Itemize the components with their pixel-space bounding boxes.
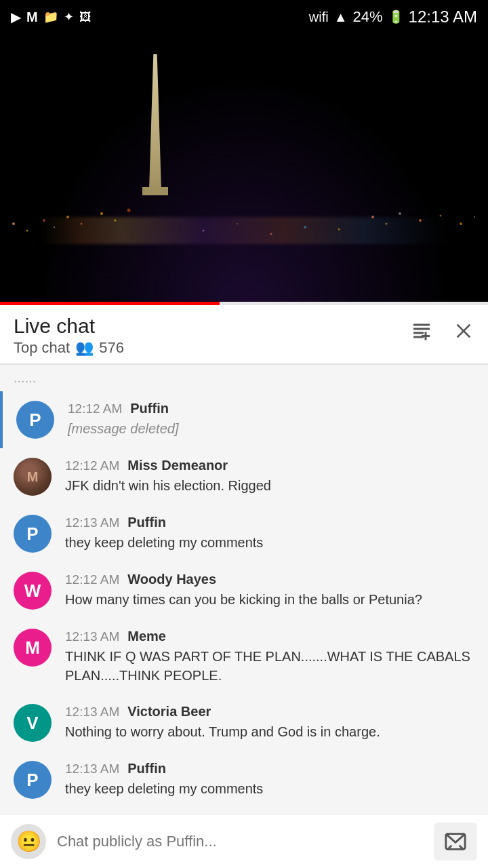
message-time: 12:13 AM xyxy=(65,629,119,644)
message-content: 12:13 AM Meme THINK IF Q WAS PART OF THE… xyxy=(65,629,474,685)
message-content: 12:13 AM Puffin they keep deleting my co… xyxy=(65,515,474,552)
svg-point-10 xyxy=(386,223,388,225)
message-author: Puffin xyxy=(127,761,166,776)
svg-point-19 xyxy=(304,226,306,229)
status-right-icons: wifi ▲ 24% 🔋 12:13 AM xyxy=(309,7,477,26)
avatar: M xyxy=(14,629,52,667)
message-content: 12:12 AM Miss Demeanor JFK didn't win hi… xyxy=(65,458,474,495)
message-time: 12:13 AM xyxy=(65,762,119,776)
chat-input-bar: 😐 xyxy=(0,814,488,868)
signal-icon: ▲ xyxy=(334,9,348,25)
message-meta: 12:12 AM Woody Hayes xyxy=(65,572,474,587)
message-author: Victoria Beer xyxy=(127,704,211,719)
svg-point-16 xyxy=(203,230,205,232)
message-meta: 12:13 AM Puffin xyxy=(65,515,474,530)
emoji-icon: 😐 xyxy=(16,829,41,853)
message-time: 12:12 AM xyxy=(65,572,119,587)
message-time: 12:12 AM xyxy=(65,458,119,473)
chat-input[interactable] xyxy=(57,824,423,859)
message-content: 12:12 AM Woody Hayes How many times can … xyxy=(65,572,474,609)
wifi-icon: wifi xyxy=(309,9,329,25)
message-content: 12:12 AM Puffin [message deleted] xyxy=(68,401,474,438)
svg-point-7 xyxy=(115,220,117,222)
table-row: M 12:12 AM Miss Demeanor JFK didn't win … xyxy=(0,448,488,505)
message-author: Woody Hayes xyxy=(127,572,216,587)
message-text: they keep deleting my comments xyxy=(65,779,474,798)
battery-text: 24% xyxy=(353,8,383,26)
svg-point-17 xyxy=(237,223,238,224)
avatar: W xyxy=(14,572,52,610)
m-icon: M xyxy=(26,9,38,25)
message-text: [message deleted] xyxy=(68,419,474,438)
svg-point-8 xyxy=(127,209,131,212)
bt-icon: ✦ xyxy=(64,9,74,24)
svg-point-6 xyxy=(100,212,103,215)
message-text: they keep deleting my comments xyxy=(65,533,474,552)
svg-point-3 xyxy=(54,226,55,228)
chat-title: Live chat xyxy=(14,315,124,338)
status-icons: ▶ M 📁 ✦ 🖼 xyxy=(11,9,92,25)
chat-messages: ...... P 12:12 AM Puffin [message delete… xyxy=(0,365,488,868)
svg-point-20 xyxy=(338,229,340,231)
video-progress-fill xyxy=(0,302,220,305)
avatar: M xyxy=(14,458,52,496)
chat-header-right xyxy=(409,319,474,348)
svg-point-1 xyxy=(26,230,28,232)
message-meta: 12:12 AM Miss Demeanor xyxy=(65,458,474,473)
svg-point-12 xyxy=(419,219,422,222)
message-time: 12:13 AM xyxy=(65,705,119,719)
svg-point-0 xyxy=(12,222,15,225)
table-row: P 12:12 AM Puffin [message deleted] xyxy=(0,391,488,448)
message-author: Meme xyxy=(127,629,166,644)
chat-sub: Top chat 👥 576 xyxy=(14,339,124,357)
youtube-icon: ▶ xyxy=(11,9,21,25)
table-row: P 12:13 AM Puffin they keep deleting my … xyxy=(0,751,488,808)
viewer-count: 576 xyxy=(99,339,124,357)
svg-point-14 xyxy=(460,222,462,225)
emoji-button[interactable]: 😐 xyxy=(11,824,46,859)
chat-header: Live chat Top chat 👥 576 xyxy=(0,305,488,364)
message-text: Nothing to worry about. Trump and God is… xyxy=(65,722,474,741)
chat-header-left: Live chat Top chat 👥 576 xyxy=(14,315,124,357)
message-content: 12:13 AM Puffin they keep deleting my co… xyxy=(65,761,474,798)
svg-point-11 xyxy=(399,212,401,215)
video-content xyxy=(0,34,488,305)
folder-icon: 📁 xyxy=(43,9,58,24)
status-bar: ▶ M 📁 ✦ 🖼 wifi ▲ 24% 🔋 12:13 AM xyxy=(0,0,488,34)
video-progress-bar[interactable] xyxy=(0,302,488,305)
message-time: 12:13 AM xyxy=(65,515,119,530)
monument-base xyxy=(142,187,168,195)
table-row: M 12:13 AM Meme THINK IF Q WAS PART OF T… xyxy=(0,619,488,694)
filter-button[interactable] xyxy=(409,319,434,348)
send-icon xyxy=(444,830,467,853)
table-row: W 12:12 AM Woody Hayes How many times ca… xyxy=(0,562,488,619)
viewer-icon: 👥 xyxy=(75,339,94,357)
svg-point-15 xyxy=(474,216,475,218)
message-text: JFK didn't win his election. Rigged xyxy=(65,476,474,495)
message-content: 12:13 AM Victoria Beer Nothing to worry … xyxy=(65,704,474,741)
photo-icon: 🖼 xyxy=(79,10,92,24)
top-chat-label[interactable]: Top chat xyxy=(14,339,70,357)
battery-icon: 🔋 xyxy=(388,9,403,24)
svg-point-9 xyxy=(371,216,374,218)
message-meta: 12:13 AM Puffin xyxy=(65,761,474,776)
message-meta: 12:12 AM Puffin xyxy=(68,401,474,416)
avatar: P xyxy=(14,515,52,553)
time: 12:13 AM xyxy=(409,7,477,26)
svg-point-18 xyxy=(270,233,272,235)
table-row: V 12:13 AM Victoria Beer Nothing to worr… xyxy=(0,694,488,751)
avatar: P xyxy=(14,761,52,799)
scroll-hint: ...... xyxy=(0,365,488,391)
svg-point-4 xyxy=(66,216,69,218)
message-time: 12:12 AM xyxy=(68,401,122,416)
message-meta: 12:13 AM Meme xyxy=(65,629,474,644)
avatar: V xyxy=(14,704,52,742)
message-author: Puffin xyxy=(130,401,169,416)
video-player[interactable] xyxy=(0,34,488,305)
message-meta: 12:13 AM Victoria Beer xyxy=(65,704,474,719)
send-button[interactable] xyxy=(434,823,477,861)
message-author: Puffin xyxy=(127,515,166,530)
close-button[interactable] xyxy=(453,320,474,347)
svg-point-13 xyxy=(440,215,442,217)
message-text: How many times can you be kicking in the… xyxy=(65,590,474,609)
